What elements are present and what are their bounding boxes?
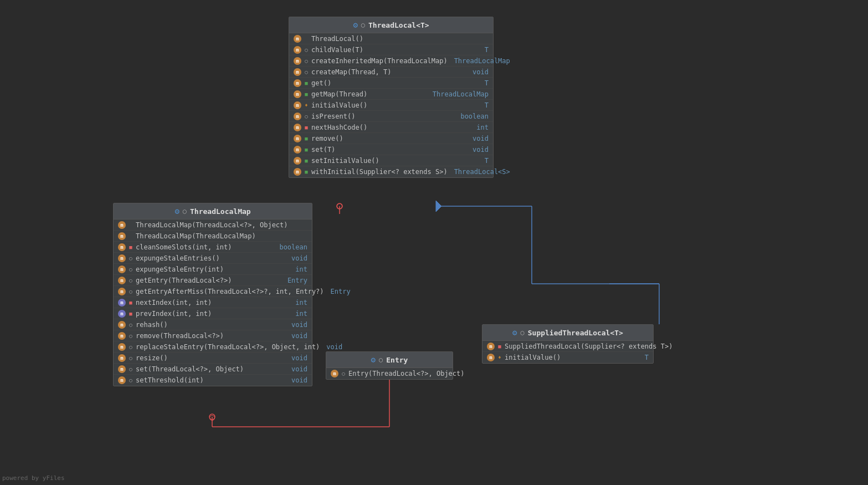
suppliedthreadlocal-header: ⚙ ○ SuppliedThreadLocal<T> xyxy=(482,325,653,341)
method-name: replaceStaleEntry(ThreadLocal<?>, Object… xyxy=(136,343,320,351)
method-icon: m xyxy=(294,90,301,98)
method-icon: m xyxy=(294,46,301,54)
return-type: int xyxy=(295,266,307,273)
vis-icon: ■ xyxy=(304,136,309,141)
threadlocal-header: ⚙ ○ ThreadLocal<T> xyxy=(289,17,493,33)
vis-icon: ○ xyxy=(304,114,309,119)
method-name: expungeStaleEntries() xyxy=(136,254,285,262)
vis-icon: ■ xyxy=(304,125,309,130)
entry-body: m ○ Entry(ThreadLocal<?>, Object) xyxy=(326,368,453,379)
method-icon: m xyxy=(118,277,126,284)
return-type: int xyxy=(295,310,307,318)
method-icon: m xyxy=(294,124,301,131)
return-type: void xyxy=(472,135,489,142)
table-row: m ■ remove() void xyxy=(289,133,493,144)
table-row: m ■ SuppliedThreadLocal(Supplier<? exten… xyxy=(482,341,653,352)
method-name: createInheritedMap(ThreadLocalMap) xyxy=(311,57,448,65)
method-name: nextHashCode() xyxy=(311,124,470,131)
table-row: m ThreadLocalMap(ThreadLocal<?>, Object) xyxy=(114,219,312,231)
table-row: m ♦ initialValue() T xyxy=(482,352,653,363)
method-icon: m xyxy=(118,299,126,307)
return-type: void xyxy=(472,146,489,154)
method-icon: m xyxy=(118,365,126,373)
table-row: m ■ cleanSomeSlots(int, int) boolean xyxy=(114,242,312,253)
threadlocal-title: ThreadLocal<T> xyxy=(368,21,429,29)
method-icon: m xyxy=(118,354,126,362)
entry-header: ⚙ ○ Entry xyxy=(326,352,453,368)
return-type: ThreadLocalMap xyxy=(454,57,510,65)
method-icon: m xyxy=(118,221,126,229)
table-row: m ○ getEntryAfterMiss(ThreadLocal<?>?, i… xyxy=(114,286,312,297)
method-name: get() xyxy=(311,79,478,87)
method-name: rehash() xyxy=(136,321,285,329)
method-icon: m xyxy=(118,232,126,240)
vis-icon: ○ xyxy=(304,58,309,64)
vis-icon: ■ xyxy=(304,169,309,175)
svg-marker-6 xyxy=(436,201,441,212)
threadlocalmap-title: ThreadLocalMap xyxy=(190,207,251,216)
method-name: remove() xyxy=(311,135,466,142)
table-row: m ○ setThreshold(int) void xyxy=(114,375,312,386)
return-type: ThreadLocalMap xyxy=(433,90,489,98)
suppliedthreadlocal-icon: ⚙ xyxy=(512,328,517,337)
method-icon: m xyxy=(294,57,301,65)
method-name: withInitial(Supplier<? extends S>) xyxy=(311,168,448,176)
vis-icon: ○ xyxy=(128,366,133,372)
return-type: int xyxy=(295,299,307,307)
method-icon: m xyxy=(294,79,301,87)
vis-icon: ○ xyxy=(128,267,133,272)
return-type: void xyxy=(291,332,307,340)
vis-icon: ■ xyxy=(497,344,502,349)
vis-icon: ○ xyxy=(341,371,346,376)
table-row: m ○ isPresent() boolean xyxy=(289,111,493,122)
diagram-canvas: ⚙ ○ ThreadLocal<T> m ThreadLocal() m ○ c… xyxy=(0,0,868,485)
table-row: m ThreadLocal() xyxy=(289,33,493,44)
port-threadlocal-bottom xyxy=(337,203,342,209)
return-type: int xyxy=(476,124,489,131)
entry-icon: ⚙ xyxy=(371,355,376,364)
method-icon: m xyxy=(118,243,126,251)
table-row: m ■ setInitialValue() T xyxy=(289,155,493,166)
return-type: ThreadLocal<S> xyxy=(454,168,510,176)
method-name: set(T) xyxy=(311,146,466,154)
return-type: void xyxy=(291,321,307,329)
method-name: remove(ThreadLocal<?>) xyxy=(136,332,285,340)
method-name: initialValue() xyxy=(505,354,638,361)
table-row: m ○ expungeStaleEntries() void xyxy=(114,253,312,264)
watermark: powered by yFiles xyxy=(2,474,65,482)
port-threadlocalmap-bottom xyxy=(209,415,215,421)
entry-card: ⚙ ○ Entry m ○ Entry(ThreadLocal<?>, Obje… xyxy=(326,351,453,380)
threadlocalmap-card: ⚙ ○ ThreadLocalMap m ThreadLocalMap(Thre… xyxy=(113,203,312,386)
return-type: void xyxy=(472,68,489,76)
method-icon: m xyxy=(487,343,495,350)
threadlocalmap-header: ⚙ ○ ThreadLocalMap xyxy=(114,203,312,219)
table-row: m ■ withInitial(Supplier<? extends S>) T… xyxy=(289,166,493,177)
method-name: initialValue() xyxy=(311,101,478,109)
method-icon: m xyxy=(294,35,301,43)
vis-icon: ○ xyxy=(128,289,133,294)
vis-icon xyxy=(128,222,133,228)
method-name: setInitialValue() xyxy=(311,157,478,165)
method-name: setThreshold(int) xyxy=(136,376,285,384)
vis-icon: ○ xyxy=(304,47,309,53)
suppliedthreadlocal-visibility: ○ xyxy=(521,329,525,336)
table-row: m ○ remove(ThreadLocal<?>) void xyxy=(114,330,312,341)
entry-title: Entry xyxy=(386,356,408,364)
method-name: ThreadLocalMap(ThreadLocal<?>, Object) xyxy=(136,221,307,229)
method-name: resize() xyxy=(136,354,285,362)
vis-icon: ■ xyxy=(304,91,309,97)
method-name: Entry(ThreadLocal<?>, Object) xyxy=(348,370,465,377)
entry-visibility: ○ xyxy=(379,356,383,364)
method-name: expungeStaleEntry(int) xyxy=(136,266,289,273)
vis-icon: ■ xyxy=(304,147,309,152)
method-icon: m xyxy=(118,376,126,384)
vis-icon: ○ xyxy=(128,278,133,283)
vis-icon: ■ xyxy=(128,311,133,316)
return-type: Entry xyxy=(331,288,351,295)
table-row: m ○ replaceStaleEntry(ThreadLocal<?>, Ob… xyxy=(114,341,312,353)
vis-icon: ○ xyxy=(304,69,309,75)
table-row: m ○ expungeStaleEntry(int) int xyxy=(114,264,312,275)
return-type: void xyxy=(291,354,307,362)
return-type: void xyxy=(291,365,307,373)
method-name: ThreadLocal() xyxy=(311,35,489,43)
